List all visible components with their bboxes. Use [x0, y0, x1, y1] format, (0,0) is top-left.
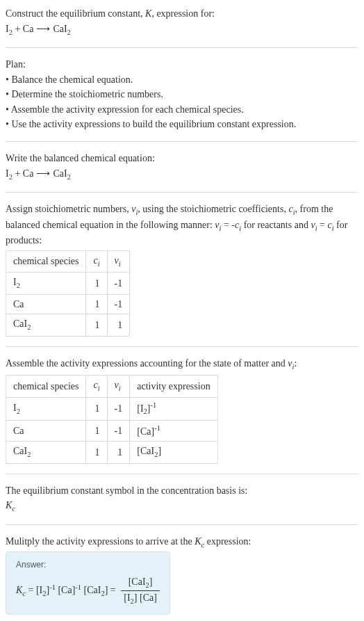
cell-vi: 1 — [107, 442, 130, 463]
intro-section: Construct the equilibrium constant, K, e… — [6, 7, 358, 38]
plan-item: • Use the activity expressions to build … — [6, 118, 358, 131]
fraction: [CaI2] [I2] [Ca] — [121, 575, 160, 607]
divider — [6, 474, 358, 474]
answer-box: Answer: Kc = [I2]-1 [Ca]-1 [CaI2] = [CaI… — [6, 551, 170, 615]
plan-title: Plan: — [6, 58, 358, 72]
col-vi: νi — [107, 376, 130, 397]
intro-equation: I2 + Ca ⟶ CaI2 — [6, 22, 358, 38]
answer-label: Answer: — [16, 559, 160, 571]
cell-vi: -1 — [107, 420, 130, 441]
table-row: I2 1 -1 [I2]-1 — [6, 397, 218, 420]
balanced-line: Write the balanced chemical equation: — [6, 152, 358, 166]
cell-ci: 1 — [86, 273, 107, 294]
cell-vi: 1 — [107, 314, 130, 336]
plan-item: • Determine the stoichiometric numbers. — [6, 88, 358, 102]
cell-vi: -1 — [107, 294, 130, 314]
cell-activity: [Ca]-1 — [130, 420, 217, 441]
divider — [6, 346, 358, 347]
activity-section: Assemble the activity expressions accoun… — [6, 357, 358, 464]
assign-section: Assign stoichiometric numbers, νi, using… — [6, 202, 358, 337]
cell-ci: 1 — [86, 314, 107, 336]
answer-expression: Kc = [I2]-1 [Ca]-1 [CaI2] = [CaI2] [I2] … — [16, 575, 160, 607]
table-row: Ca 1 -1 [Ca]-1 — [6, 420, 218, 441]
balanced-section: Write the balanced chemical equation: I2… — [6, 152, 358, 182]
table-row: CaI2 1 1 [CaI2] — [6, 442, 218, 463]
divider — [6, 141, 358, 142]
cell-species: CaI2 — [6, 314, 86, 336]
divider — [6, 192, 358, 193]
plan-item: • Balance the chemical equation. — [6, 73, 358, 87]
col-activity: activity expression — [130, 376, 217, 397]
cell-activity: [CaI2] — [130, 442, 217, 463]
plan-item: • Assemble the activity expression for e… — [6, 103, 358, 117]
assign-text: Assign stoichiometric numbers, νi, using… — [6, 202, 358, 248]
symbol-line: The equilibrium constant symbol in the c… — [6, 484, 358, 498]
cell-ci: 1 — [86, 442, 107, 463]
cell-species: Ca — [6, 294, 86, 314]
col-ci: ci — [86, 376, 107, 397]
multiply-section: Mulitply the activity expressions to arr… — [6, 535, 358, 550]
cell-activity: [I2]-1 — [130, 397, 217, 420]
cell-species: I2 — [6, 273, 86, 294]
table-row: CaI2 1 1 — [6, 314, 130, 336]
col-vi: νi — [107, 250, 130, 272]
table-header-row: chemical species ci νi — [6, 250, 130, 272]
cell-species: I2 — [6, 397, 86, 420]
cell-species: CaI2 — [6, 442, 86, 463]
symbol-section: The equilibrium constant symbol in the c… — [6, 484, 358, 515]
divider — [6, 524, 358, 525]
balanced-equation: I2 + Ca ⟶ CaI2 — [6, 167, 358, 182]
col-species: chemical species — [6, 376, 86, 397]
table-row: Ca 1 -1 — [6, 294, 130, 314]
divider — [6, 47, 358, 48]
multiply-line: Mulitply the activity expressions to arr… — [6, 535, 358, 550]
cell-ci: 1 — [86, 294, 107, 314]
symbol-kc: Kc — [6, 499, 358, 514]
cell-ci: 1 — [86, 420, 107, 441]
fraction-den: [I2] [Ca] — [121, 591, 160, 606]
plan-section: Plan: • Balance the chemical equation. •… — [6, 58, 358, 131]
cell-vi: -1 — [107, 273, 130, 294]
table-header-row: chemical species ci νi activity expressi… — [6, 376, 218, 397]
table-row: I2 1 -1 — [6, 273, 130, 294]
activity-text: Assemble the activity expressions accoun… — [6, 357, 358, 372]
activity-table: chemical species ci νi activity expressi… — [6, 375, 218, 463]
cell-vi: -1 — [107, 397, 130, 420]
cell-ci: 1 — [86, 397, 107, 420]
intro-line: Construct the equilibrium constant, K, e… — [6, 7, 358, 21]
stoich-table: chemical species ci νi I2 1 -1 Ca 1 -1 C… — [6, 250, 130, 337]
fraction-num: [CaI2] — [121, 575, 160, 591]
col-species: chemical species — [6, 250, 86, 272]
cell-species: Ca — [6, 420, 86, 441]
col-ci: ci — [86, 250, 107, 272]
